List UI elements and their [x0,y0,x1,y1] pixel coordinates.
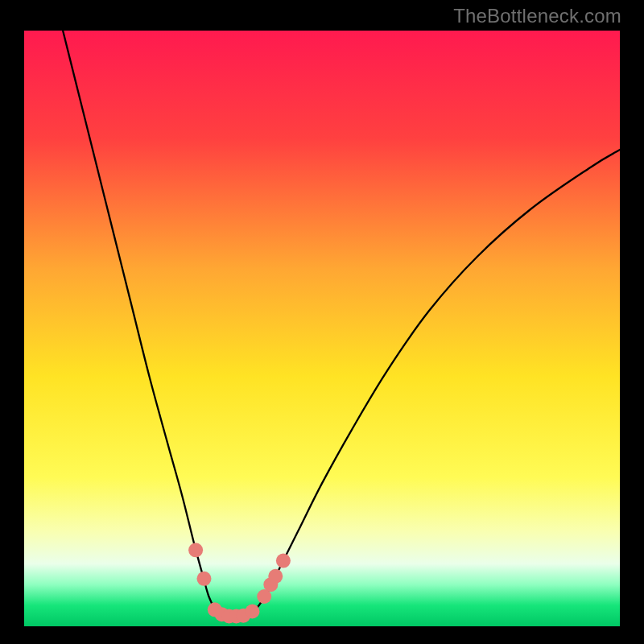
highlight-dot [268,569,283,584]
highlight-dot [188,543,203,557]
watermark-text: TheBottleneck.com [453,5,621,27]
highlight-dot [245,605,259,619]
highlight-dots [188,543,291,623]
highlight-dot [276,554,291,568]
bottleneck-curve [63,31,620,617]
chart-frame: TheBottleneck.com [0,0,644,644]
chart-svg [24,31,620,626]
highlight-dot [196,572,211,586]
plot-area [24,31,620,626]
